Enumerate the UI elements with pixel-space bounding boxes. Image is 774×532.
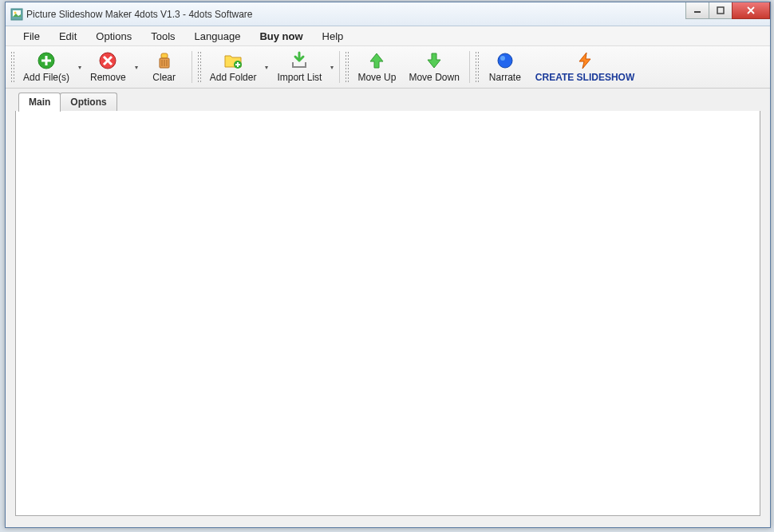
menubar: File Edit Options Tools Language Buy now… [6, 26, 770, 45]
move-down-button[interactable]: Move Down [402, 49, 465, 85]
clear-button[interactable]: Clear [140, 49, 188, 85]
tab-main[interactable]: Main [18, 93, 61, 112]
move-up-button[interactable]: Move Up [351, 49, 402, 85]
folder-add-icon [223, 51, 243, 70]
add-folder-button[interactable]: Add Folder [203, 49, 263, 85]
content-area[interactable] [15, 109, 760, 516]
titlebar[interactable]: Picture Slideshow Maker 4dots V1.3 - 4do… [6, 2, 770, 26]
toolbar-separator [339, 51, 340, 83]
tabstrip: Main Options [6, 92, 770, 111]
window-controls [686, 2, 770, 19]
import-icon [290, 51, 309, 70]
tab-options[interactable]: Options [60, 93, 116, 111]
toolbar: Add File(s) ▾ Remove ▾ Clear Add Folder … [6, 45, 770, 89]
menu-edit[interactable]: Edit [51, 28, 85, 45]
svg-point-18 [500, 56, 505, 61]
maximize-icon [717, 6, 725, 14]
toolbar-separator [192, 51, 192, 83]
svg-rect-9 [161, 53, 168, 58]
svg-rect-7 [41, 60, 51, 62]
clear-icon [155, 51, 174, 70]
import-list-dropdown[interactable]: ▾ [328, 51, 336, 83]
add-files-dropdown[interactable]: ▾ [76, 51, 84, 83]
svg-rect-4 [717, 7, 724, 14]
menu-tools[interactable]: Tools [143, 28, 183, 45]
svg-point-17 [498, 53, 512, 68]
narrate-button[interactable]: Narrate [481, 49, 529, 85]
svg-rect-3 [694, 11, 701, 13]
window-title: Picture Slideshow Maker 4dots V1.3 - 4do… [26, 9, 252, 20]
remove-icon [98, 51, 117, 70]
toolbar-grip-icon[interactable] [475, 51, 480, 83]
add-files-button[interactable]: Add File(s) [17, 49, 76, 85]
import-list-button[interactable]: Import List [271, 49, 328, 85]
menu-language[interactable]: Language [187, 28, 249, 45]
add-folder-dropdown[interactable]: ▾ [263, 51, 271, 83]
menu-file[interactable]: File [15, 28, 48, 45]
add-icon [37, 51, 56, 70]
app-icon [10, 8, 23, 21]
app-window: Picture Slideshow Maker 4dots V1.3 - 4do… [5, 2, 771, 528]
menu-help[interactable]: Help [314, 28, 352, 45]
minimize-button[interactable] [685, 2, 709, 19]
arrow-down-icon [425, 51, 444, 70]
close-button[interactable] [732, 2, 770, 19]
lightning-icon [575, 51, 594, 70]
menu-buy-now[interactable]: Buy now [251, 28, 310, 45]
create-slideshow-button[interactable]: CREATE SLIDESHOW [529, 49, 641, 85]
toolbar-grip-icon[interactable] [197, 51, 202, 83]
menu-options[interactable]: Options [88, 28, 140, 45]
close-icon [746, 6, 756, 14]
remove-dropdown[interactable]: ▾ [132, 51, 140, 83]
toolbar-grip-icon[interactable] [10, 51, 15, 83]
toolbar-grip-icon[interactable] [345, 51, 349, 83]
maximize-button[interactable] [709, 2, 733, 19]
arrow-up-icon [367, 51, 386, 70]
toolbar-separator [469, 51, 470, 83]
record-icon [496, 51, 515, 70]
svg-rect-16 [235, 64, 240, 65]
remove-button[interactable]: Remove [84, 49, 132, 85]
minimize-icon [693, 6, 701, 14]
